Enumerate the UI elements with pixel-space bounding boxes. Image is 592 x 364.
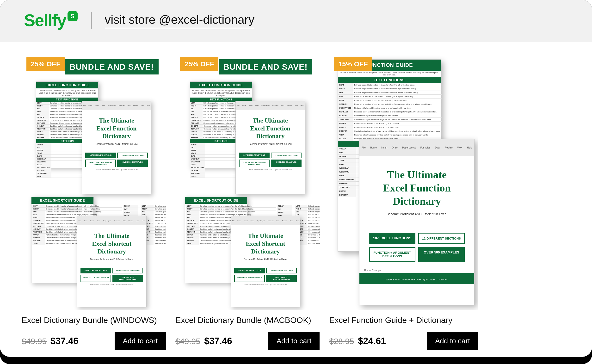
price: $49.95 $37.46 (22, 336, 78, 346)
cover-title: The UltimateExcel FunctionDictionary (359, 156, 474, 208)
excel-ribbon: FileHomeInsertDrawPage LayoutFormulasDat… (359, 139, 474, 156)
cover-footer: WWW.EXCELDICTIONARY.COM · @EXCELDICTIONA… (236, 167, 305, 173)
price-original: $49.95 (176, 337, 200, 346)
page: Sellfy S visit store @excel-dictionary 2… (0, 0, 592, 357)
discount-badge: 25% OFF (180, 57, 218, 71)
excel-ribbon: FileHomeInsertDrawPage LayoutFormulasDat… (77, 216, 146, 225)
cover-title: The UltimateExcel ShortcutDictionary (77, 225, 146, 256)
cover-pills: 107 EXCEL FUNCTIONS12 DIFFERENT SECTIONS… (82, 153, 151, 167)
func-table: LEFTExtracts a specified number of chara… (338, 83, 442, 141)
doc-note: Unsure of what the shortcut is on this g… (36, 88, 98, 98)
author-name: Emma Chieppor (359, 262, 474, 272)
cover-title: The UltimateExcel FunctionDictionary (82, 110, 151, 140)
product-footer: $49.95 $37.46 Add to cart (176, 332, 319, 350)
cover-pills: 107 EXCEL FUNCTIONS12 DIFFERENT SECTIONS… (236, 153, 305, 167)
product-card[interactable]: 15% OFF FUNCTION GUIDE Unsure of what th… (329, 55, 478, 350)
doc-function-cover: FileHomeInsertDrawPage LayoutFormulasDat… (235, 101, 305, 194)
logo-text: Sellfy (24, 12, 66, 29)
cover-footer: WWW.EXCELDICTIONARY.COM · @EXCELDICTIONA… (231, 282, 300, 288)
cover-sub: Become Proficient AND Efficient in Excel (82, 143, 151, 145)
doc-function-cover: FileHomeInsertDrawPage LayoutFormulasDat… (359, 139, 475, 305)
cover-sub: Become Proficient AND Efficient in Excel (231, 258, 300, 261)
product-title: Excel Dictionary Bundle (MACBOOK) (176, 315, 319, 325)
cover-pills: 340 EXCEL SHORTCUTS15 DIFFERENT SECTIONS… (77, 268, 146, 282)
cover-footer: WWW.EXCELDICTIONARY.COM · @EXCELDICTIONA… (77, 282, 146, 288)
excel-ribbon: FileHomeInsertDrawPage LayoutFormulasDat… (231, 216, 300, 225)
cover-sub: Become Proficient AND Efficient in Excel (236, 143, 305, 145)
doc-shortcut-cover: FileHomeInsertDrawPage LayoutFormulasDat… (77, 216, 147, 307)
cover-sub: Become Proficient AND Efficient in Excel (77, 258, 146, 261)
add-to-cart-button[interactable]: Add to cart (115, 332, 166, 350)
excel-ribbon: FileHomeInsertDrawPage LayoutFormulasDat… (236, 101, 305, 110)
bundle-banner: BUNDLE AND SAVE! (219, 59, 312, 74)
price-sale: $37.46 (204, 336, 232, 346)
doc-note: Unsure of what the shortcut is on this g… (338, 71, 441, 77)
product-thumbnail: 25% OFF BUNDLE AND SAVE! EXCEL FUNCTION … (22, 55, 166, 310)
price: $49.95 $37.46 (176, 336, 232, 346)
discount-badge: 15% OFF (334, 57, 372, 71)
doc-shortcut-cover: FileHomeInsertDrawPage LayoutFormulasDat… (231, 216, 300, 307)
price-sale: $24.61 (358, 336, 386, 346)
sellfy-logo[interactable]: Sellfy S (24, 12, 78, 29)
cover-title: The UltimateExcel FunctionDictionary (236, 110, 305, 140)
product-card[interactable]: 25% OFF BUNDLE AND SAVE! EXCEL FUNCTION … (22, 55, 166, 350)
price-sale: $37.46 (51, 336, 78, 346)
header-divider (91, 12, 91, 29)
excel-ribbon: FileHomeInsertDrawPage LayoutFormulasDat… (82, 101, 151, 110)
doc-title: EXCEL FUNCTION GUIDE (36, 82, 98, 88)
doc-function-cover: FileHomeInsertDrawPage LayoutFormulasDat… (82, 101, 151, 194)
cover-pills: 107 EXCEL FUNCTIONS12 DIFFERENT SECTIONS… (359, 233, 474, 262)
doc-title: EXCEL FUNCTION GUIDE (190, 82, 252, 88)
visit-store-link[interactable]: visit store @excel-dictionary (105, 13, 254, 28)
doc-title: EXCEL SHORTCUT GUIDE (185, 197, 247, 204)
product-title: Excel Function Guide + Dictionary (329, 315, 478, 325)
price-original: $28.95 (329, 337, 354, 346)
product-grid: 25% OFF BUNDLE AND SAVE! EXCEL FUNCTION … (0, 42, 592, 357)
cover-title: The UltimateExcel ShortcutDictionary (231, 225, 300, 256)
discount-badge: 25% OFF (26, 57, 65, 71)
product-title: Excel Dictionary Bundle (WINDOWS) (22, 315, 166, 325)
screenshot-frame: Sellfy S visit store @excel-dictionary 2… (0, 0, 592, 364)
doc-title: EXCEL SHORTCUT GUIDE (32, 197, 93, 204)
cover-pills: 250 EXCEL SHORTCUTS14 DIFFERENT SECTIONS… (231, 268, 300, 282)
price: $28.95 $24.61 (329, 336, 386, 346)
cover-footer: WWW.EXCELDICTIONARY.COM · @EXCELDICTIONA… (82, 167, 151, 173)
add-to-cart-button[interactable]: Add to cart (268, 332, 319, 350)
doc-section: TEXT FUNCTIONS (338, 77, 441, 83)
price-original: $49.95 (22, 337, 47, 346)
header: Sellfy S visit store @excel-dictionary (0, 0, 592, 42)
product-thumbnail: 15% OFF FUNCTION GUIDE Unsure of what th… (329, 55, 478, 310)
doc-note: Unsure of what the shortcut is on this g… (190, 88, 252, 98)
bundle-banner: BUNDLE AND SAVE! (65, 59, 159, 74)
cover-footer: WWW.EXCELDICTIONARY.COM · @EXCELDICTIONA… (359, 273, 474, 284)
product-card[interactable]: 25% OFF BUNDLE AND SAVE! EXCEL FUNCTION … (176, 55, 319, 350)
cover-sub: Become Proficient AND Efficient in Excel (359, 212, 474, 216)
logo-badge-icon: S (67, 11, 78, 21)
product-footer: $28.95 $24.61 Add to cart (329, 332, 478, 350)
product-thumbnail: 25% OFF BUNDLE AND SAVE! EXCEL FUNCTION … (176, 55, 319, 310)
add-to-cart-button[interactable]: Add to cart (427, 332, 478, 350)
product-footer: $49.95 $37.46 Add to cart (22, 332, 166, 350)
